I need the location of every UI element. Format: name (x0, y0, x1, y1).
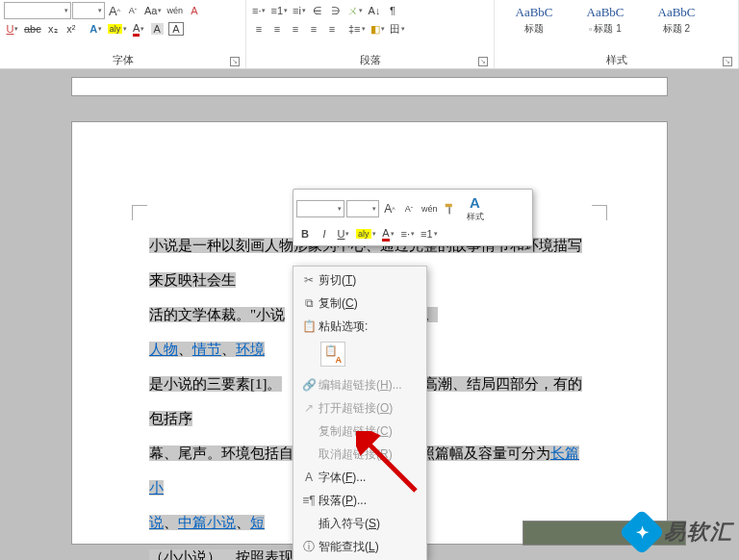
mini-underline[interactable]: U (335, 225, 352, 242)
styles-dialog-launcher[interactable]: ↘ (723, 57, 732, 66)
mini-font-size[interactable] (346, 200, 379, 217)
font-color-button[interactable]: A (130, 20, 147, 38)
paragraph-group-label: 段落↘ (250, 51, 490, 68)
document-workspace: 小说是一种以刻画人物形象为中心、通过完整的故事情节和环境描写来反映社会生 活的文… (0, 69, 739, 560)
paste-icon: 📋 (299, 319, 319, 333)
style-gallery[interactable]: AaBbC 标题 AaBbC 标题 1 AaBbC 标题 2 (498, 2, 734, 50)
justify-button[interactable]: ≡ (305, 20, 322, 38)
menu-paste-options-label: 📋 粘贴选项: (295, 315, 424, 338)
menu-copy-hyperlink: 复制超链接(C) (295, 420, 424, 443)
style-item-heading[interactable]: AaBbC 标题 (498, 2, 570, 50)
hyperlink-icon: 🔗 (299, 378, 319, 392)
align-right-button[interactable]: ≡ (287, 20, 304, 38)
prev-page-edge (71, 77, 668, 96)
margin-corner-tr (592, 205, 607, 220)
link-mid-novel[interactable]: 中篇小说 (178, 515, 236, 530)
open-link-icon: ↗ (299, 401, 319, 415)
decrease-indent-button[interactable]: ∈ (309, 2, 326, 19)
menu-font[interactable]: A 字体(F)... (295, 466, 424, 489)
underline-button[interactable]: U (4, 20, 21, 38)
multilevel-button[interactable]: ≡i (291, 2, 308, 19)
watermark: ✦ 易软汇 (625, 516, 733, 548)
text-effects-button[interactable]: A (88, 20, 105, 38)
mini-shrink-font[interactable]: Aˇ (400, 200, 418, 217)
change-case-button[interactable]: Aa (142, 2, 164, 19)
bullets-button[interactable]: ≡· (250, 2, 268, 19)
menu-insert-symbol[interactable]: 插入符号(S) (295, 512, 424, 535)
font-group: A^ Aˇ Aa wén A U abc x₂ x² A aly A A A 字… (0, 0, 246, 68)
mini-toolbar: A^ Aˇ wén A 样式 B I U aly A ≡· ≡1 (293, 189, 533, 246)
mini-font-name[interactable] (296, 200, 344, 217)
styles-group: AaBbC 标题 AaBbC 标题 1 AaBbC 标题 2 样式↘ (495, 0, 739, 68)
mini-styles-button[interactable]: A 样式 (461, 192, 490, 225)
paste-keep-text-only[interactable] (320, 342, 345, 367)
menu-open-hyperlink: ↗ 打开超链接(O) (295, 396, 424, 420)
format-painter-icon (444, 202, 457, 216)
watermark-logo: ✦ (619, 509, 665, 555)
mini-phonetic[interactable]: wén (420, 200, 440, 217)
style-item-heading2[interactable]: AaBbC 标题 2 (641, 2, 712, 50)
link-short-novel[interactable]: 短 (250, 515, 265, 530)
cut-icon: ✂ (299, 273, 319, 287)
line-spacing-button[interactable]: ‡≡ (346, 20, 368, 38)
menu-edit-hyperlink: 🔗 编辑超链接(H)... (295, 373, 424, 396)
link-plot[interactable]: 情节 (192, 342, 221, 357)
mini-grow-font[interactable]: A^ (381, 200, 398, 217)
menu-paragraph[interactable]: ≡¶ 段落(P)... (295, 489, 424, 512)
char-border-button[interactable]: A (166, 20, 185, 38)
paste-options-gallery (295, 338, 424, 373)
mini-numbering[interactable]: ≡1 (419, 225, 440, 242)
style-item-heading1[interactable]: AaBbC 标题 1 (570, 2, 641, 50)
grow-font-button[interactable]: A^ (106, 2, 123, 19)
ribbon: A^ Aˇ Aa wén A U abc x₂ x² A aly A A A 字… (0, 0, 739, 69)
highlight-button[interactable]: aly (106, 20, 130, 38)
menu-smart-lookup[interactable]: ⓘ 智能查找(L) (295, 535, 424, 558)
distribute-button[interactable]: ≡ (323, 20, 341, 38)
char-shading-button[interactable]: A (148, 20, 166, 38)
subscript-button[interactable]: x₂ (44, 20, 62, 38)
menu-cut[interactable]: ✂ 剪切(T) (295, 268, 424, 292)
shading-button[interactable]: ◧ (369, 20, 387, 38)
styles-group-label: 样式↘ (498, 51, 734, 68)
shrink-font-button[interactable]: Aˇ (124, 2, 141, 19)
mini-bold[interactable]: B (296, 225, 314, 242)
align-left-button[interactable]: ≡ (250, 20, 268, 38)
menu-copy[interactable]: ⧉ 复制(C) (295, 292, 424, 315)
mini-italic[interactable]: I (316, 225, 333, 242)
paragraph-icon: ≡¶ (299, 494, 319, 507)
align-center-button[interactable]: ≡ (268, 20, 286, 38)
link-environment[interactable]: 环境 (236, 342, 265, 357)
show-marks-button[interactable]: ¶ (384, 2, 401, 19)
phonetic-guide-button[interactable]: wén (165, 2, 185, 19)
clear-formatting-button[interactable]: A (186, 2, 203, 19)
font-name-combo[interactable] (4, 2, 71, 19)
context-menu: ✂ 剪切(T) ⧉ 复制(C) 📋 粘贴选项: 🔗 编辑超链接(H)... ↗ … (293, 266, 427, 560)
margin-corner-tl (132, 205, 147, 220)
lookup-icon: ⓘ (299, 539, 319, 555)
watermark-text: 易软汇 (664, 518, 733, 547)
mini-format-painter[interactable] (442, 200, 459, 217)
font-size-combo[interactable] (72, 2, 105, 19)
numbering-button[interactable]: ≡1 (268, 2, 290, 19)
link-people[interactable]: 人物 (149, 342, 178, 357)
borders-button[interactable]: 田 (388, 20, 407, 38)
mini-font-color[interactable]: A (380, 225, 397, 242)
paragraph-group: ≡· ≡1 ≡i ∈ ∋ ㄨ A↓ ¶ ≡ ≡ ≡ ≡ ≡ ‡≡ ◧ 田 段落↘ (246, 0, 495, 68)
menu-remove-hyperlink: 取消超链接(R) (295, 443, 424, 466)
strikethrough-button[interactable]: abc (22, 20, 43, 38)
link-long-novel-2[interactable]: 说 (149, 515, 164, 530)
sort-button[interactable]: A↓ (366, 2, 383, 19)
superscript-button[interactable]: x² (63, 20, 80, 38)
mini-bullets[interactable]: ≡· (399, 225, 417, 242)
asian-layout-button[interactable]: ㄨ (345, 2, 365, 19)
copy-icon: ⧉ (299, 296, 319, 310)
font-icon: A (299, 471, 319, 484)
increase-indent-button[interactable]: ∋ (327, 2, 344, 19)
paragraph-dialog-launcher[interactable]: ↘ (478, 57, 488, 66)
mini-highlight[interactable]: aly (354, 225, 378, 242)
font-dialog-launcher[interactable]: ↘ (230, 57, 240, 66)
font-group-label: 字体↘ (4, 51, 242, 68)
